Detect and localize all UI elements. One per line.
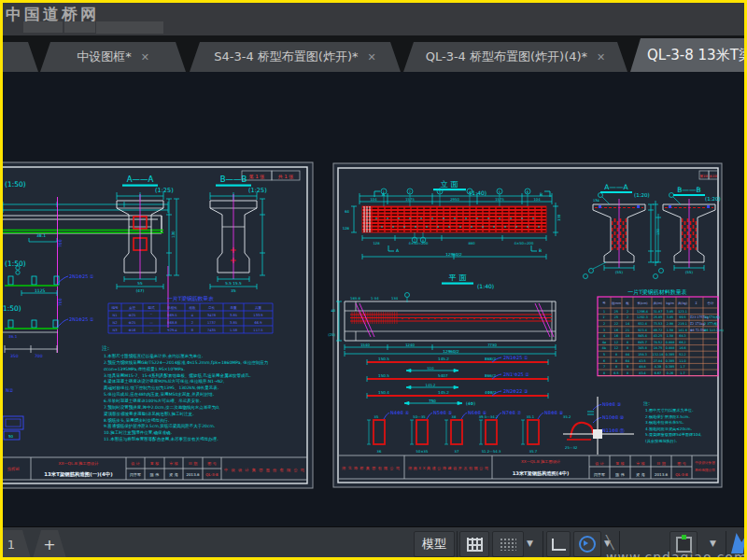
titleblock-project: XX—QL.B 施工图设计 xyxy=(58,461,99,466)
dim-label: 350 xyxy=(10,354,19,358)
table-cell: 型式 xyxy=(148,305,155,310)
dim-label: 39.5—34.2 xyxy=(479,414,499,419)
file-tab-label: S4-3-4 桥型布置图(炸开)* xyxy=(214,49,358,65)
dim-label: 1540 xyxy=(360,343,370,347)
table-cell: 141.8 xyxy=(678,329,687,332)
scale-label: (1:50) xyxy=(5,180,26,189)
note-line: 5.张拉完成后,应在48h内压浆,采用M50水泥浆,并及时封锚。 xyxy=(104,391,217,397)
table-cell: 133.9 xyxy=(253,314,263,317)
notes-header: 注: xyxy=(102,344,109,351)
table-cell: 12 xyxy=(614,341,618,344)
table-cell: 1.7 xyxy=(680,371,684,375)
note-line: 1.图中尺寸均以厘米为单位。 xyxy=(645,408,696,413)
table-cell: 0.888 xyxy=(666,341,675,344)
dim-label: 510 xyxy=(427,366,434,371)
polar-tracking-button[interactable] xyxy=(573,531,601,557)
page-cell: 第 1 张 xyxy=(249,174,264,180)
dim-label: 150.5 xyxy=(378,373,389,378)
table-cell: N3 xyxy=(113,329,118,332)
table-cell: 123.1 xyxy=(678,310,687,314)
file-tab-active[interactable]: QL-3-8 13米T梁 xyxy=(630,38,747,72)
dim-label: 134 xyxy=(391,296,399,301)
titleblock-value: QL-3-8 xyxy=(205,472,218,477)
table-cell: 4 xyxy=(603,334,605,338)
snap-grid-icon xyxy=(500,538,516,551)
table-summary: 23 578(根) xyxy=(704,315,720,319)
file-tab[interactable]: 中设图框* ✕ xyxy=(40,42,186,72)
table-cell: 8 xyxy=(615,359,617,363)
drawing-canvas[interactable]: 第 1 张 共 1 张 (1:50) (1:50) 1:50) 38.1 700… xyxy=(3,72,744,526)
rebar-leader-label: N11Φ8 ⑪ xyxy=(602,427,625,433)
table-cell: 共重 xyxy=(255,305,262,310)
table-cell: 158.3 xyxy=(638,353,647,357)
dim-label: 35.7 xyxy=(529,449,538,454)
close-icon[interactable]: ✕ xyxy=(368,51,376,63)
table-cell: 9 xyxy=(627,365,628,369)
table-cell: 132.18 xyxy=(653,353,664,357)
table-cell: 0.395 xyxy=(666,353,675,357)
table-cell: 21 xyxy=(626,329,629,332)
dim-label: 38 xyxy=(452,414,457,419)
close-icon[interactable]: ✕ xyxy=(141,51,149,63)
table-cell: Φ25 xyxy=(129,314,135,317)
table-cell: 1.58 xyxy=(667,329,674,332)
file-tab-label: QL-3-8 13米T梁 xyxy=(647,47,747,64)
table-cell: 1296.4 xyxy=(637,310,648,314)
table-summary: 2 377(根) xyxy=(704,322,718,326)
snap-dropdown-icon[interactable]: ▼ xyxy=(527,539,533,548)
file-tab-partial[interactable] xyxy=(0,42,38,72)
dim-label: 1240 xyxy=(405,343,415,347)
table-cell: 64 xyxy=(626,359,629,363)
model-space-button[interactable]: 模型 xyxy=(414,531,455,557)
titleblock-head: 日 期 xyxy=(656,461,665,466)
file-tab-label: QL-3-4 桥型布置图(炸开)(4)* xyxy=(426,49,587,65)
rebar-leader-label: N8Φ8 ⑧ xyxy=(544,410,564,415)
dim-label: 104 xyxy=(533,197,541,202)
dim-label: 1575 xyxy=(405,197,415,202)
rebar-leader-label: N4Φ8 ④ xyxy=(390,410,410,415)
file-tab[interactable]: QL-3-4 桥型布置图(炸开)(4)* ✕ xyxy=(403,42,627,72)
section-title: A——A xyxy=(604,183,628,191)
table-cell: 73.53 xyxy=(654,322,663,326)
dim-label: 25—32 xyxy=(565,445,578,450)
dim-label: 35 xyxy=(374,414,379,419)
l-mark: B xyxy=(539,248,542,253)
table-cell: 99.5 xyxy=(679,315,686,319)
ortho-button[interactable] xyxy=(546,531,571,557)
table-cell: 52.2 xyxy=(679,353,686,357)
dim-label: 51.2—54.3 xyxy=(482,449,501,454)
table-cell: 根数 xyxy=(189,306,196,310)
snap-mode-button[interactable] xyxy=(492,531,524,557)
table-cell: 16 xyxy=(614,329,618,332)
table-cell: 83.4 xyxy=(639,371,646,375)
titleblock-company: 中设设计集团 xyxy=(695,460,715,465)
dim-label: 38.1 xyxy=(36,233,46,238)
view-scale: (1:40) xyxy=(477,283,494,289)
titleblock-head: 复 核 xyxy=(615,461,624,466)
table-cell: 27.84 xyxy=(654,359,663,363)
dim-label: 145.2 xyxy=(438,390,449,395)
dim-label: (25) xyxy=(329,333,336,337)
dim-label: 150.5 xyxy=(378,357,389,361)
table-head: 长(cm) xyxy=(637,301,648,305)
section-title: A——A xyxy=(127,175,154,184)
section-title: B——B xyxy=(677,186,700,194)
dim-label: 880 xyxy=(468,241,475,245)
table-cell: 3.85 xyxy=(230,321,237,325)
grid-display-button[interactable] xyxy=(459,531,489,557)
file-tab[interactable]: S4-3-4 桥型布置图(炸开)* ✕ xyxy=(190,42,401,72)
drawing-area[interactable]: 第 1 张 共 1 张 (1:50) (1:50) 1:50) 38.1 700… xyxy=(3,72,744,526)
new-layout-button[interactable]: + xyxy=(33,530,66,558)
titleblock-head: 图 号 xyxy=(677,461,685,466)
circled-rebar-number: 1 xyxy=(383,190,385,194)
table-cell: 7 xyxy=(603,365,605,369)
table-cell: 总长 xyxy=(207,306,216,310)
layout-tab-1[interactable]: 1 xyxy=(0,530,31,558)
dim-label: (55) xyxy=(685,270,693,274)
rebar-leader-label: 2N1Φ25 ① xyxy=(69,273,94,279)
status-bar: 1 + 模型 ▼ ▼ ▼ www.cndaqiao.com xyxy=(3,526,744,560)
dim-label: 150.4 xyxy=(378,390,389,395)
titleblock-head: 审 核 xyxy=(169,461,177,466)
close-icon[interactable]: ✕ xyxy=(597,51,605,63)
dim-label: 128 xyxy=(373,241,380,245)
